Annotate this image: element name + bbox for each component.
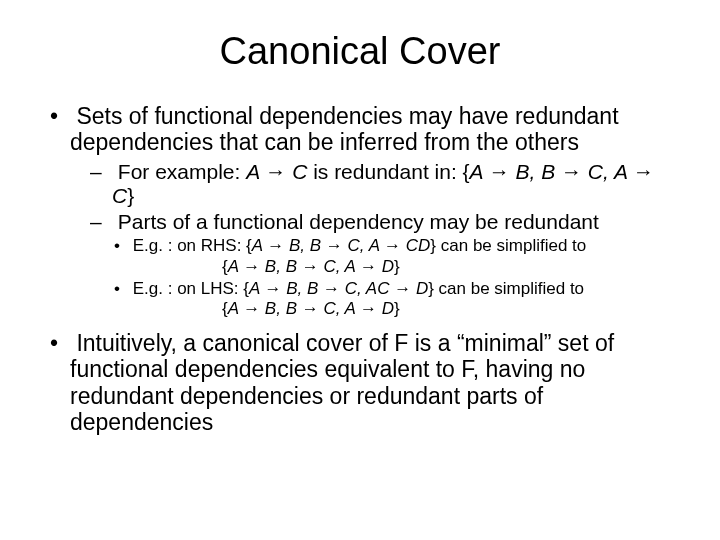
text-frag-italic: C, A (343, 236, 384, 255)
text-frag-italic: C, AC (340, 279, 394, 298)
text-frag-italic: C, A (319, 299, 360, 318)
arrow-icon: → (394, 279, 411, 298)
text-frag-italic: C, A (319, 257, 360, 276)
bullet-1-2-text: Parts of a functional dependency may be … (118, 210, 599, 233)
bullet-2: Intuitively, a canonical cover of F is a… (50, 330, 670, 436)
arrow-icon: → (326, 236, 343, 255)
bullet-1-2-1-text: E.g. : on RHS: {A → B, B → C, A → CD} ca… (133, 236, 587, 255)
arrow-icon: → (302, 299, 319, 318)
arrow-icon: → (264, 279, 281, 298)
text-frag-italic: B, B (281, 279, 323, 298)
arrow-icon: → (489, 160, 510, 183)
bullet-1-2-2: E.g. : on LHS: {A → B, B → C, AC → D} ca… (114, 279, 670, 320)
bullet-1-1: For example: A → C is redundant in: {A →… (90, 160, 670, 208)
arrow-icon: → (265, 160, 286, 183)
arrow-icon: → (360, 257, 377, 276)
bullet-1: Sets of functional dependencies may have… (50, 103, 670, 320)
text-frag-italic: A (252, 236, 267, 255)
bullet-1-2-2-text: E.g. : on LHS: {A → B, B → C, AC → D} ca… (133, 279, 584, 298)
text-frag: } can be simplified to (430, 236, 586, 255)
text-frag-italic: C (286, 160, 307, 183)
bullet-1-2-2-cont: {A → B, B → C, A → D} (114, 299, 670, 319)
slide-title: Canonical Cover (50, 30, 670, 73)
text-frag-italic: D (377, 299, 394, 318)
text-frag: For example: (118, 160, 246, 183)
text-frag-italic: D (377, 257, 394, 276)
arrow-icon: → (384, 236, 401, 255)
arrow-icon: → (561, 160, 582, 183)
text-frag-italic: C, A (582, 160, 633, 183)
arrow-icon: → (323, 279, 340, 298)
text-frag-italic: A (246, 160, 265, 183)
text-frag: E.g. : on RHS: { (133, 236, 252, 255)
text-frag-italic: A (470, 160, 489, 183)
arrow-icon: → (360, 299, 377, 318)
text-frag-italic: A (249, 279, 264, 298)
bullet-list: Sets of functional dependencies may have… (50, 103, 670, 436)
text-frag: } can be simplified to (428, 279, 584, 298)
text-frag-italic: A (228, 257, 243, 276)
bullet-2-text-line3: redundant dependencies or redundant part… (50, 383, 670, 409)
arrow-icon: → (302, 257, 319, 276)
bullet-1-2-1-cont: {A → B, B → C, A → D} (114, 257, 670, 277)
bullet-1-1-text: For example: A → C is redundant in: {A →… (118, 160, 654, 183)
text-frag-italic: B, B (260, 299, 302, 318)
text-frag: } (394, 257, 400, 276)
text-frag-italic: C (112, 184, 127, 207)
bullet-2-text-line4: dependencies (50, 409, 670, 435)
bullet-1-1-cont: C} (90, 184, 670, 208)
text-frag-italic: D (411, 279, 428, 298)
arrow-icon: → (243, 299, 260, 318)
bullet-1-text-line2: dependencies that can be inferred from t… (50, 129, 670, 155)
arrow-icon: → (633, 160, 654, 183)
text-frag-italic: A (228, 299, 243, 318)
text-frag-italic: B, B (510, 160, 561, 183)
bullet-2-text: Intuitively, a canonical cover of F is a… (76, 330, 614, 356)
text-frag: } (394, 299, 400, 318)
bullet-2-text-line2: functional dependencies equivalent to F,… (50, 356, 670, 382)
bullet-1-2: Parts of a functional dependency may be … (90, 210, 670, 320)
text-frag: } (127, 184, 134, 207)
text-frag: E.g. : on LHS: { (133, 279, 249, 298)
text-frag-italic: B, B (284, 236, 326, 255)
text-frag: is redundant in: { (307, 160, 469, 183)
bullet-1-text: Sets of functional dependencies may have… (76, 103, 618, 129)
arrow-icon: → (267, 236, 284, 255)
text-frag-italic: B, B (260, 257, 302, 276)
bullet-1-2-1: E.g. : on RHS: {A → B, B → C, A → CD} ca… (114, 236, 670, 277)
slide: Canonical Cover Sets of functional depen… (0, 0, 720, 540)
text-frag-italic: CD (401, 236, 430, 255)
arrow-icon: → (243, 257, 260, 276)
